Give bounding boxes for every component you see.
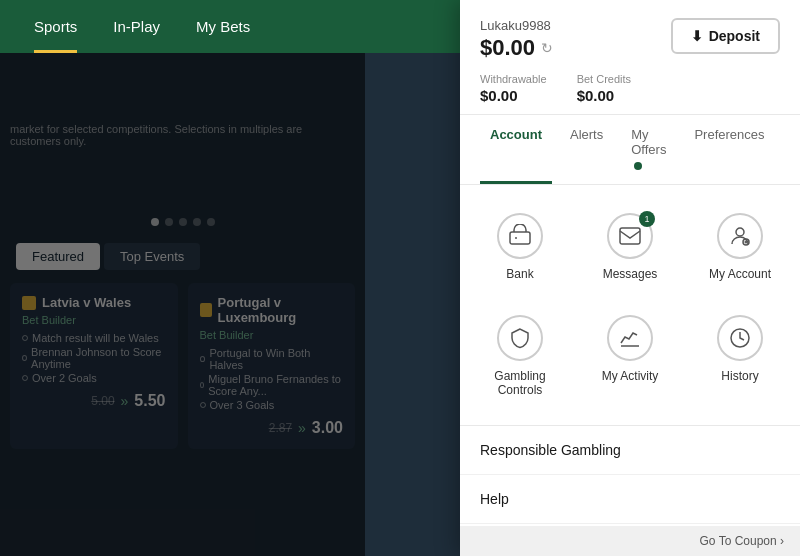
coupon-label: Go To Coupon › [700,534,785,548]
svg-rect-0 [510,232,530,244]
svg-point-3 [736,228,744,236]
main-nav: Sports In-Play My Bets [16,0,268,53]
dim-overlay [0,53,365,556]
my-account-label: My Account [709,267,771,281]
my-activity-label: My Activity [602,369,659,383]
history-label: History [721,369,758,383]
deposit-label: Deposit [709,28,760,44]
panel-user-row: Lukaku9988 $0.00 ↻ ⬇ Deposit [480,18,780,61]
icon-my-account[interactable]: My Account [690,201,790,293]
panel-username: Lukaku9988 [480,18,553,33]
panel-balance-details: Withdrawable $0.00 Bet Credits $0.00 [480,73,780,104]
messages-badge: 1 [639,211,655,227]
menu-responsible-gambling[interactable]: Responsible Gambling [460,426,800,475]
my-activity-icon [607,315,653,361]
icon-messages[interactable]: 1 Messages [580,201,680,293]
icon-my-activity[interactable]: My Activity [580,303,680,409]
bank-label: Bank [506,267,533,281]
tab-my-offers[interactable]: My Offers [621,115,676,184]
icon-bank[interactable]: Bank [470,201,570,293]
svg-rect-2 [620,228,640,244]
history-icon [717,315,763,361]
bank-icon [497,213,543,259]
icon-gambling-controls[interactable]: Gambling Controls [470,303,570,409]
my-offers-dot [634,162,642,170]
bet-credits-value: $0.00 [577,87,631,104]
panel-tabs: Account Alerts My Offers Preferences [460,115,800,185]
panel-balance: $0.00 [480,35,535,61]
messages-label: Messages [603,267,658,281]
tab-alerts[interactable]: Alerts [560,115,613,184]
bet-credits-detail: Bet Credits $0.00 [577,73,631,104]
withdrawable-detail: Withdrawable $0.00 [480,73,547,104]
panel-header: Lukaku9988 $0.00 ↻ ⬇ Deposit Withdrawabl… [460,0,800,115]
icon-grid: Bank 1 Messages My Account [460,185,800,426]
nav-mybets[interactable]: My Bets [178,0,268,53]
panel-balance-row: $0.00 ↻ [480,35,553,61]
deposit-button[interactable]: ⬇ Deposit [671,18,780,54]
gambling-controls-icon [497,315,543,361]
gambling-controls-label: Gambling Controls [476,369,564,397]
tab-preferences[interactable]: Preferences [684,115,774,184]
refresh-icon[interactable]: ↻ [541,40,553,56]
tab-account[interactable]: Account [480,115,552,184]
menu-help[interactable]: Help [460,475,800,524]
withdrawable-label: Withdrawable [480,73,547,85]
bet-credits-label: Bet Credits [577,73,631,85]
messages-icon: 1 [607,213,653,259]
coupon-bar[interactable]: Go To Coupon › [460,526,800,556]
nav-inplay[interactable]: In-Play [95,0,178,53]
my-account-icon [717,213,763,259]
withdrawable-value: $0.00 [480,87,547,104]
deposit-icon: ⬇ [691,28,703,44]
icon-history[interactable]: History [690,303,790,409]
dropdown-panel: Lukaku9988 $0.00 ↻ ⬇ Deposit Withdrawabl… [460,0,800,556]
panel-user-info: Lukaku9988 $0.00 ↻ [480,18,553,61]
nav-sports[interactable]: Sports [16,0,95,53]
